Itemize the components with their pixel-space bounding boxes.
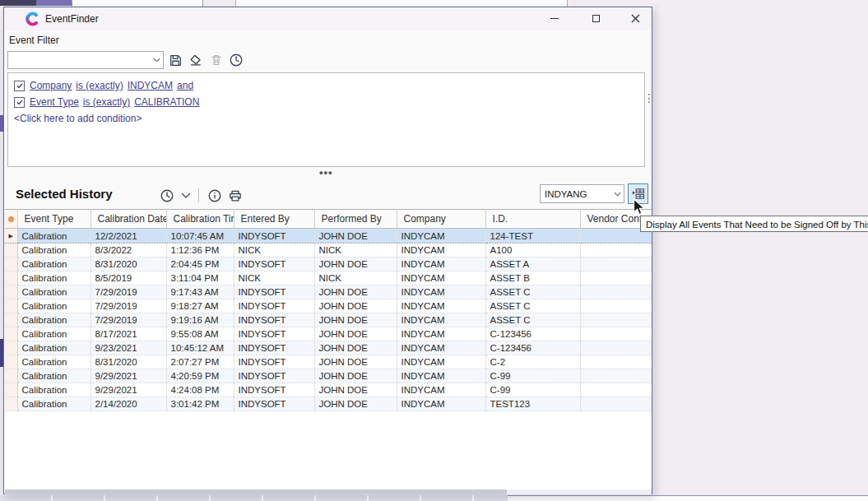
table-cell[interactable]: 2/14/2020 [91,397,166,411]
table-cell[interactable]: 8/3/2022 [91,244,166,257]
table-cell[interactable]: INDYSOFT [234,383,314,397]
table-cell[interactable]: 7/29/2019 [91,285,166,299]
panel-splitter-handle[interactable]: ••• [319,166,333,179]
table-cell[interactable]: INDYCAM [397,327,485,341]
table-cell[interactable]: JOHN DOE [314,299,397,313]
table-cell[interactable]: INDYSOFT [234,341,314,355]
condition-operator-link[interactable]: is (exactly) [76,80,123,91]
row-indicator-cell[interactable] [5,327,17,341]
table-cell[interactable]: INDYCAM [397,271,485,285]
table-cell[interactable]: 7/29/2019 [91,313,166,327]
row-indicator-cell[interactable] [5,369,17,383]
table-cell[interactable]: INDYCAM [397,397,485,411]
table-cell[interactable]: JOHN DOE [314,229,397,244]
table-cell[interactable]: 1:12:36 PM [166,244,234,257]
table-cell[interactable]: 9:19:16 AM [166,313,234,327]
horizontal-scrollbar-thumb[interactable] [5,489,507,494]
column-header[interactable]: I.D. [485,210,580,229]
table-cell[interactable] [580,244,652,257]
table-cell[interactable]: INDYCAM [397,341,485,355]
row-indicator-cell[interactable] [5,355,17,369]
table-cell[interactable]: INDYSOFT [234,285,314,299]
table-cell[interactable]: INDYSOFT [234,355,314,369]
info-icon[interactable] [207,188,223,204]
table-row[interactable]: Calibration8/31/20202:04:45 PMINDYSOFTJO… [5,257,652,271]
condition-conjunction-link[interactable]: and [177,80,193,91]
table-cell[interactable]: INDYCAM [397,229,485,244]
header-selector-cell[interactable] [5,210,17,229]
row-indicator-cell[interactable] [5,257,17,271]
table-cell[interactable]: 10:45:12 AM [166,341,234,355]
table-cell[interactable]: 9/23/2021 [91,341,166,355]
table-row[interactable]: Calibration9/29/20214:20:59 PMINDYSOFTJO… [5,369,652,383]
table-cell[interactable]: JOHN DOE [314,257,397,271]
condition-checkbox[interactable] [14,97,25,108]
row-indicator-cell[interactable] [5,313,17,327]
table-cell[interactable]: 4:24:08 PM [166,383,234,397]
table-cell[interactable] [580,299,652,313]
table-cell[interactable]: 4:20:59 PM [166,369,234,383]
clock-icon[interactable] [159,188,175,204]
condition-checkbox[interactable] [14,81,25,91]
table-cell[interactable]: 9:17:43 AM [166,285,234,299]
table-cell[interactable]: ASSET C [485,313,580,327]
table-cell[interactable]: 12/2/2021 [91,229,166,244]
table-cell[interactable]: INDYSOFT [234,299,314,313]
table-cell[interactable]: 2:04:45 PM [166,257,234,271]
table-cell[interactable]: 3:11:04 PM [166,271,234,285]
table-cell[interactable]: 7/29/2019 [91,299,166,313]
table-cell[interactable]: INDYSOFT [234,257,314,271]
table-cell[interactable]: INDYSOFT [234,229,314,244]
table-cell[interactable]: C-2 [485,355,580,369]
minimize-button[interactable] [541,7,569,30]
table-cell[interactable] [580,327,652,341]
table-cell[interactable]: JOHN DOE [314,369,397,383]
table-cell[interactable]: ASSET A [485,257,580,271]
table-cell[interactable]: Calibration [17,244,91,257]
table-cell[interactable]: 2:07:27 PM [166,355,234,369]
table-row[interactable]: Calibration7/29/20199:19:16 AMINDYSOFTJO… [5,313,652,327]
table-row[interactable]: Calibration9/29/20214:24:08 PMINDYSOFTJO… [5,383,652,397]
table-cell[interactable]: 124-TEST [485,229,580,244]
table-cell[interactable]: NICK [314,244,397,257]
filter-preset-combobox[interactable] [7,51,164,69]
horizontal-scrollbar[interactable] [5,489,652,494]
table-cell[interactable]: JOHN DOE [314,313,397,327]
table-cell[interactable]: C-123456 [485,327,580,341]
table-cell[interactable]: INDYCAM [397,299,485,313]
table-cell[interactable]: 9/29/2021 [91,369,166,383]
table-row[interactable]: Calibration8/3/20221:12:36 PMNICKNICKIND… [5,244,652,257]
table-cell[interactable]: JOHN DOE [314,327,397,341]
table-row[interactable]: Calibration2/14/20203:01:42 PMINDYSOFTJO… [5,397,652,411]
table-cell[interactable]: JOHN DOE [314,341,397,355]
table-cell[interactable]: Calibration [17,355,91,369]
table-cell[interactable]: Calibration [17,229,91,244]
eraser-icon[interactable] [188,53,203,67]
delete-icon[interactable] [209,53,224,67]
row-indicator-cell[interactable] [5,285,17,299]
table-cell[interactable]: C-123456 [485,341,580,355]
row-indicator-cell[interactable]: ▶ [5,229,17,244]
chevron-down-icon[interactable] [178,188,194,204]
column-header[interactable]: Calibration Date [91,210,166,229]
table-cell[interactable]: Calibration [17,299,91,313]
table-cell[interactable] [580,355,652,369]
condition-value-link[interactable]: CALIBRATION [134,96,199,108]
table-row[interactable]: Calibration8/17/20219:55:08 AMINDYSOFTJO… [5,327,652,341]
table-cell[interactable]: ASSET C [485,299,580,313]
row-indicator-cell[interactable] [5,397,17,411]
table-cell[interactable]: Calibration [17,397,91,411]
add-condition-link[interactable]: <Click here to add condition> [14,113,142,124]
table-cell[interactable]: Calibration [17,327,91,341]
table-cell[interactable]: INDYCAM [397,355,485,369]
title-bar[interactable]: EventFinder [4,7,652,30]
table-cell[interactable]: INDYCAM [397,369,485,383]
table-row[interactable]: ▶Calibration12/2/202110:07:45 AMINDYSOFT… [5,229,652,244]
condition-value-link[interactable]: INDYCAM [128,80,173,91]
condition-field-link[interactable]: Company [30,80,72,91]
table-cell[interactable]: INDYCAM [397,285,485,299]
table-cell[interactable]: JOHN DOE [314,397,397,411]
table-cell[interactable]: C-99 [485,369,580,383]
table-cell[interactable]: Calibration [17,383,91,397]
table-cell[interactable]: A100 [485,244,580,257]
